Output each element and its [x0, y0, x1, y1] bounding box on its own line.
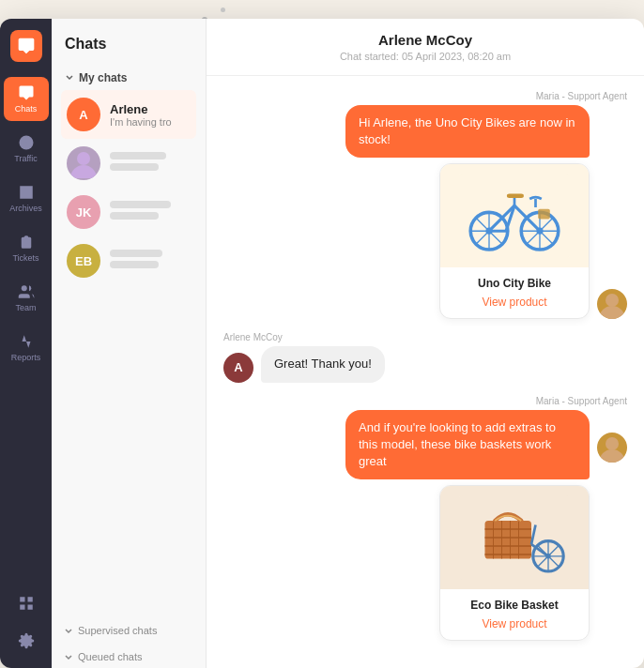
message-1: Maria - Support Agent Hi Arlene, the Uno…: [223, 91, 627, 319]
product-card-bike-img: [440, 164, 589, 267]
msg-bubble-2: Great! Thank you!: [261, 346, 385, 382]
chat-item-arlene[interactable]: A Arlene I'm having tro: [61, 90, 196, 139]
agent-avatar: [597, 289, 627, 319]
chat-main: Arlene McCoy Chat started: 05 April 2023…: [207, 19, 644, 668]
svg-point-28: [536, 228, 543, 235]
nav-logo[interactable]: [10, 30, 42, 62]
avatar-jk: JK: [67, 195, 100, 229]
product-bike-name: Uno City Bike: [450, 277, 579, 290]
svg-rect-4: [20, 605, 24, 610]
msg-agent-info-1: Maria - Support Agent: [223, 91, 627, 101]
avatar-eb: EB: [67, 244, 100, 278]
product-bike-link[interactable]: View product: [450, 296, 579, 309]
chat-item-2[interactable]: [61, 139, 196, 188]
chats-panel: Chats My chats A Arlene I'm having tro: [52, 19, 207, 668]
chat-contact-name: Arlene McCoy: [225, 32, 625, 48]
sidebar-item-apps[interactable]: [4, 587, 49, 619]
my-chats-label[interactable]: My chats: [61, 66, 196, 90]
msg-bubble-3: And if you're looking to add extras to t…: [345, 410, 590, 480]
msg-user-info-2: Arlene McCoy: [223, 332, 627, 342]
sidebar-item-team[interactable]: Team: [4, 276, 49, 320]
sidebar-item-chats[interactable]: Chats: [4, 77, 49, 121]
nav-sidebar: Chats Traffic Archives Tickets Team Repo…: [0, 19, 52, 668]
product-card-basket-img: [440, 486, 589, 589]
agent-avatar-3: [597, 433, 627, 463]
chat-header: Arlene McCoy Chat started: 05 April 2023…: [207, 19, 644, 76]
svg-point-48: [606, 437, 619, 450]
product-basket-link[interactable]: View product: [450, 617, 579, 630]
svg-rect-3: [27, 597, 32, 601]
chat-item-name: Arlene: [110, 102, 191, 116]
svg-rect-5: [27, 605, 32, 610]
product-card-basket: Eco Bike Basket View product: [439, 485, 590, 641]
svg-rect-26: [538, 209, 550, 220]
msg-agent-info-3: Maria - Support Agent: [223, 396, 627, 406]
svg-rect-24: [507, 194, 524, 199]
app-shell: Chats Traffic Archives Tickets Team Repo…: [0, 19, 644, 668]
queued-chats-section[interactable]: Queued chats: [52, 642, 206, 668]
product-basket-name: Eco Bike Basket: [450, 599, 579, 612]
user-avatar-2: A: [223, 353, 253, 383]
sidebar-item-archives[interactable]: Archives: [4, 176, 49, 220]
sidebar-item-settings[interactable]: [4, 625, 49, 657]
product-card-bike: Uno City Bike View product: [439, 163, 590, 319]
supervised-chats-section[interactable]: Supervised chats: [52, 615, 206, 642]
chat-started-meta: Chat started: 05 April 2023, 08:20 am: [225, 51, 625, 62]
chats-panel-title: Chats: [52, 19, 206, 62]
avatar-arlene: A: [67, 98, 100, 131]
msg-bubble-1: Hi Arlene, the Uno City Bikes are now in…: [345, 105, 590, 158]
avatar-2: [67, 146, 100, 180]
chat-messages: Maria - Support Agent Hi Arlene, the Uno…: [207, 76, 644, 668]
sidebar-item-traffic[interactable]: Traffic: [4, 127, 49, 171]
svg-rect-31: [485, 521, 532, 559]
message-3: Maria - Support Agent And if you're look…: [223, 396, 627, 642]
my-chats-section: My chats A Arlene I'm having tro: [52, 62, 206, 289]
svg-point-7: [77, 152, 90, 165]
svg-point-1: [21, 285, 26, 291]
chat-item-eb[interactable]: EB: [61, 236, 196, 285]
sidebar-item-tickets[interactable]: Tickets: [4, 226, 49, 270]
sidebar-item-reports[interactable]: Reports: [4, 326, 49, 370]
chat-item-jk[interactable]: JK: [61, 188, 196, 236]
svg-point-27: [485, 228, 492, 235]
svg-rect-2: [20, 597, 24, 601]
chat-item-preview: I'm having tro: [110, 116, 191, 128]
message-2: Arlene McCoy A Great! Thank you!: [223, 332, 627, 382]
svg-point-29: [606, 294, 619, 307]
